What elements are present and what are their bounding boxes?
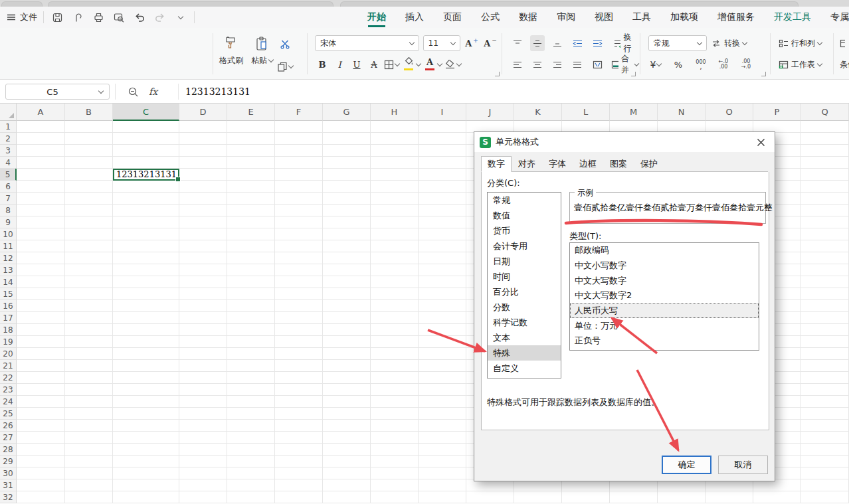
cell[interactable] xyxy=(275,408,323,420)
cell[interactable] xyxy=(371,133,419,145)
cell[interactable] xyxy=(419,193,466,205)
cell[interactable] xyxy=(113,420,179,432)
column-header-L[interactable]: L xyxy=(562,104,610,121)
cell[interactable] xyxy=(323,157,371,169)
align-top-button[interactable] xyxy=(510,35,525,51)
cell[interactable] xyxy=(371,479,419,491)
cell[interactable] xyxy=(179,216,227,228)
cell[interactable] xyxy=(419,157,466,169)
column-header-H[interactable]: H xyxy=(371,104,419,121)
cell[interactable] xyxy=(113,145,179,157)
cell[interactable] xyxy=(113,288,179,300)
cell[interactable] xyxy=(65,228,113,240)
ribbon-tab-页面[interactable]: 页面 xyxy=(442,8,462,27)
cell[interactable] xyxy=(227,479,275,491)
cell[interactable] xyxy=(323,408,371,420)
font-dialog-launcher[interactable] xyxy=(495,72,500,76)
column-header-N[interactable]: N xyxy=(658,104,706,121)
cell[interactable] xyxy=(419,205,466,216)
cell[interactable] xyxy=(65,479,113,491)
cell[interactable] xyxy=(17,228,65,240)
cell[interactable] xyxy=(801,133,849,145)
cell[interactable] xyxy=(65,491,113,503)
cell[interactable] xyxy=(371,348,419,360)
cell[interactable] xyxy=(227,491,275,503)
strikethrough-button[interactable]: A xyxy=(367,56,381,72)
category-item-时间[interactable]: 时间 xyxy=(488,269,561,284)
cell[interactable] xyxy=(275,264,323,276)
cell[interactable] xyxy=(179,181,227,193)
cell[interactable] xyxy=(227,157,275,169)
cell[interactable] xyxy=(419,324,466,336)
alignment-dialog-launcher[interactable] xyxy=(631,72,636,76)
cell[interactable] xyxy=(419,372,466,384)
fill-color-button[interactable] xyxy=(402,56,421,72)
cell[interactable] xyxy=(801,300,849,312)
name-box[interactable]: C5 xyxy=(5,84,110,100)
formula-input[interactable]: 12313213131 xyxy=(178,84,250,100)
cell[interactable] xyxy=(323,193,371,205)
category-item-特殊[interactable]: 特殊 xyxy=(488,345,561,361)
cell[interactable] xyxy=(419,288,466,300)
cell[interactable] xyxy=(227,432,275,444)
cell[interactable] xyxy=(227,288,275,300)
row-header-4[interactable]: 4 xyxy=(0,157,17,169)
cell[interactable] xyxy=(17,157,65,169)
cell[interactable] xyxy=(65,336,113,348)
cell[interactable] xyxy=(275,456,323,467)
cell[interactable] xyxy=(179,420,227,432)
cell[interactable] xyxy=(65,121,113,133)
cell[interactable] xyxy=(227,456,275,467)
row-header-10[interactable]: 10 xyxy=(0,228,17,240)
copy-button[interactable] xyxy=(277,58,293,74)
decrease-font-button[interactable]: A− xyxy=(483,35,498,51)
cell[interactable] xyxy=(275,396,323,408)
column-header-M[interactable]: M xyxy=(610,104,658,121)
cell[interactable] xyxy=(227,193,275,205)
cell[interactable] xyxy=(419,145,466,157)
select-all-corner[interactable] xyxy=(0,104,17,121)
ribbon-tab-公式[interactable]: 公式 xyxy=(480,8,500,27)
justify-button[interactable] xyxy=(570,56,585,72)
align-middle-button[interactable] xyxy=(530,35,545,51)
cell[interactable] xyxy=(419,300,466,312)
cell[interactable] xyxy=(371,336,419,348)
thousands-separator-button[interactable]: 000, xyxy=(694,56,708,72)
cell[interactable] xyxy=(371,252,419,264)
row-header-18[interactable]: 18 xyxy=(0,324,17,336)
print-button[interactable] xyxy=(91,10,106,25)
cell[interactable] xyxy=(371,181,419,193)
cell[interactable] xyxy=(65,288,113,300)
cell[interactable] xyxy=(227,133,275,145)
cell[interactable] xyxy=(323,324,371,336)
cell[interactable] xyxy=(275,205,323,216)
cell[interactable] xyxy=(371,193,419,205)
format-painter-button[interactable]: 格式刷 xyxy=(215,33,247,69)
cell[interactable] xyxy=(17,181,65,193)
cut-button[interactable] xyxy=(277,36,293,52)
cell[interactable] xyxy=(419,444,466,456)
column-header-J[interactable]: J xyxy=(466,104,514,121)
cell[interactable] xyxy=(17,312,65,324)
cell[interactable] xyxy=(419,479,466,491)
cell[interactable] xyxy=(17,491,65,503)
cell[interactable] xyxy=(227,145,275,157)
cell[interactable] xyxy=(17,384,65,396)
cell[interactable] xyxy=(113,348,179,360)
row-header-22[interactable]: 22 xyxy=(0,372,17,384)
text-orientation-button[interactable] xyxy=(590,56,605,72)
cell[interactable] xyxy=(419,121,466,133)
ribbon-tab-开始[interactable]: 开始 xyxy=(367,8,387,27)
ribbon-tab-数据[interactable]: 数据 xyxy=(518,8,538,27)
cell[interactable] xyxy=(65,456,113,467)
cell[interactable] xyxy=(17,479,65,491)
row-header-2[interactable]: 2 xyxy=(0,133,17,145)
cell[interactable] xyxy=(323,145,371,157)
cell[interactable] xyxy=(371,216,419,228)
row-header-23[interactable]: 23 xyxy=(0,384,17,396)
cell[interactable] xyxy=(179,145,227,157)
cell[interactable] xyxy=(227,300,275,312)
italic-button[interactable]: I xyxy=(332,56,347,72)
cell[interactable] xyxy=(179,432,227,444)
cell[interactable] xyxy=(113,205,179,216)
